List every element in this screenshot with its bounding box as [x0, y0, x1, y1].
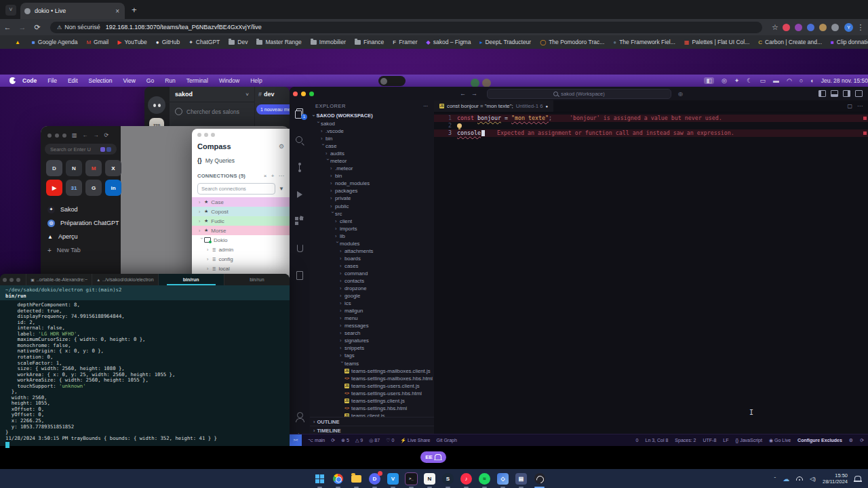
favorite-connection-row[interactable]: ›★Copost	[192, 207, 290, 216]
window-button[interactable]	[197, 133, 201, 137]
tray-overflow-icon[interactable]: ˆ	[774, 476, 776, 482]
tree-item[interactable]: <>teams-settings.hbs.html	[310, 405, 434, 412]
bookmark-item[interactable]: ▦Palettes | Flat UI Col...	[684, 39, 749, 45]
notifications-bell-icon[interactable]	[854, 476, 861, 482]
arc-app-tile[interactable]: D	[46, 160, 62, 176]
tree-item[interactable]: ›imports	[310, 225, 434, 232]
tree-item[interactable]: ›google	[310, 292, 434, 300]
bookmark-item[interactable]: MGmail	[86, 39, 108, 45]
tree-item[interactable]: ›boards	[310, 255, 434, 262]
tree-item[interactable]: ›lib	[310, 232, 434, 240]
terminal-tab[interactable]: ▲../v/sakod/dokio/electron	[92, 274, 157, 285]
source-control-icon[interactable]	[295, 163, 304, 172]
bookmark-item[interactable]: ●The Framework Fiel...	[613, 39, 675, 45]
arc-app-tile[interactable]: G	[85, 180, 102, 196]
run-debug-icon[interactable]	[295, 190, 304, 199]
search-icon[interactable]	[295, 136, 304, 145]
reload-icon[interactable]: ⟳	[104, 132, 109, 138]
statusbar-item[interactable]: Configure Excludes	[797, 438, 842, 443]
tree-item[interactable]: ›private	[310, 195, 434, 202]
explorer-icon[interactable]: 1	[295, 108, 304, 118]
tree-item[interactable]: ›search	[310, 329, 434, 337]
database-row[interactable]: ›☰config	[192, 254, 290, 264]
terminal-tab[interactable]: ▣..ortable-de-Alexandre:~	[26, 274, 92, 285]
remote-indicator[interactable]: ><	[290, 434, 302, 446]
taskbar-app-terminal[interactable]: >_	[405, 472, 418, 485]
menubar-status-icon[interactable]: ◐	[810, 77, 814, 84]
extension-icon[interactable]	[807, 24, 814, 31]
statusbar-item[interactable]: ♡0	[386, 438, 394, 443]
menubar-status-icon[interactable]: ☾	[747, 77, 752, 84]
menubar-menu[interactable]: File	[47, 77, 57, 84]
testing-icon[interactable]	[295, 244, 304, 253]
tree-item[interactable]: ›meteor	[310, 157, 434, 165]
bookmark-item[interactable]: ▶YouTube	[117, 39, 147, 45]
tree-item[interactable]: <>teams-settings-users.hbs.html	[310, 390, 434, 397]
tree-item[interactable]: ›signatures	[310, 337, 434, 344]
tree-item[interactable]: ›messages	[310, 322, 434, 329]
statusbar-item[interactable]: ◎87	[369, 438, 380, 443]
bookmark-item[interactable]: Master Range	[256, 39, 301, 45]
window-button[interactable]	[3, 278, 7, 282]
forward-icon[interactable]: →	[94, 132, 99, 138]
bookmark-item[interactable]: ■Google Agenda	[32, 39, 77, 45]
tree-item[interactable]: ›attachments	[310, 247, 434, 255]
terminal-tab[interactable]: bin/run	[158, 274, 224, 285]
reload-button[interactable]: ⟳	[30, 23, 45, 32]
statusbar-item[interactable]: ⟳	[860, 438, 864, 443]
menubar-menu[interactable]: Terminal	[186, 77, 208, 84]
gear-icon[interactable]: ⚙	[279, 143, 284, 150]
extension-icon[interactable]	[831, 24, 839, 31]
add-connection-icon[interactable]: +	[271, 173, 275, 179]
menubar-status-icon[interactable]: ▭	[760, 77, 766, 84]
minimize-window-button[interactable]	[301, 92, 306, 96]
tree-item[interactable]: ›teams	[310, 360, 434, 367]
outline-section[interactable]: › OUTLINE	[310, 417, 434, 426]
channel-header[interactable]: # dev	[254, 87, 290, 102]
close-window-button[interactable]	[293, 92, 298, 96]
arc-new-tab[interactable]: +New Tab	[47, 243, 121, 257]
arc-app-tile[interactable]: N	[66, 160, 82, 176]
tree-item[interactable]: ›bin	[310, 135, 434, 142]
menubar-menu[interactable]: Window	[219, 77, 239, 84]
statusbar-item[interactable]: ◉Go Live	[769, 438, 791, 443]
browser-tab[interactable]: dokio • Live ×	[20, 3, 125, 19]
tree-item[interactable]: ›case	[310, 142, 434, 150]
taskbar-app-music[interactable]: ♪	[460, 472, 473, 485]
taskbar-app-chrome[interactable]	[332, 472, 344, 485]
menubar-menu[interactable]: Selection	[89, 77, 113, 84]
taskbar-app-vscode[interactable]: V	[387, 472, 399, 485]
window-button[interactable]	[55, 134, 59, 138]
tree-item[interactable]: ›client	[310, 218, 434, 225]
statusbar-item[interactable]: Spaces: 2	[675, 438, 696, 443]
tab-search-button[interactable]: ˅	[5, 5, 16, 16]
volume-icon[interactable]: ◁)	[810, 476, 816, 482]
menubar-menu[interactable]: Run	[165, 77, 176, 84]
chrome-profile-avatar[interactable]: Y	[844, 23, 853, 32]
tree-item[interactable]: ›sakod	[310, 120, 434, 127]
bookmark-item[interactable]: Immobilier	[311, 39, 346, 45]
statusbar-item[interactable]: UTF-8	[703, 438, 716, 443]
tree-item[interactable]: ›modules	[310, 240, 434, 247]
editor-tab[interactable]: JS const bonjour = "mon texte"; Untitled…	[434, 100, 553, 112]
customize-layout-icon[interactable]	[855, 90, 863, 97]
toggle-secondary-sidebar-icon[interactable]	[843, 90, 850, 97]
tree-item[interactable]: ›ics	[310, 300, 434, 307]
extension-icon[interactable]	[819, 24, 827, 31]
arc-app-tile[interactable]: in	[105, 180, 121, 196]
bookmark-item[interactable]: Finance	[355, 39, 384, 45]
arc-app-tile[interactable]: M	[85, 160, 102, 176]
taskbar-app-explorer[interactable]	[350, 472, 363, 485]
my-queries-item[interactable]: {} My Queries	[192, 150, 290, 164]
arc-tab-item[interactable]: ▲Aperçu	[47, 230, 121, 243]
database-row[interactable]: ›☰admin	[192, 245, 290, 254]
tree-item[interactable]: JSteams-settings.client.js	[310, 397, 434, 405]
tree-item[interactable]: ›src	[310, 210, 434, 218]
menubar-status-icon[interactable]: ◠	[787, 77, 792, 84]
tree-item[interactable]: ›audits	[310, 150, 434, 157]
arc-search-bar[interactable]	[45, 144, 117, 155]
remote-explorer-icon[interactable]	[295, 271, 304, 281]
address-bar[interactable]: ⚠ Non sécurisé 192.168.1.108:3070/teams/…	[50, 22, 762, 33]
tree-item[interactable]: ›snippets	[310, 344, 434, 352]
window-button[interactable]	[9, 278, 14, 282]
